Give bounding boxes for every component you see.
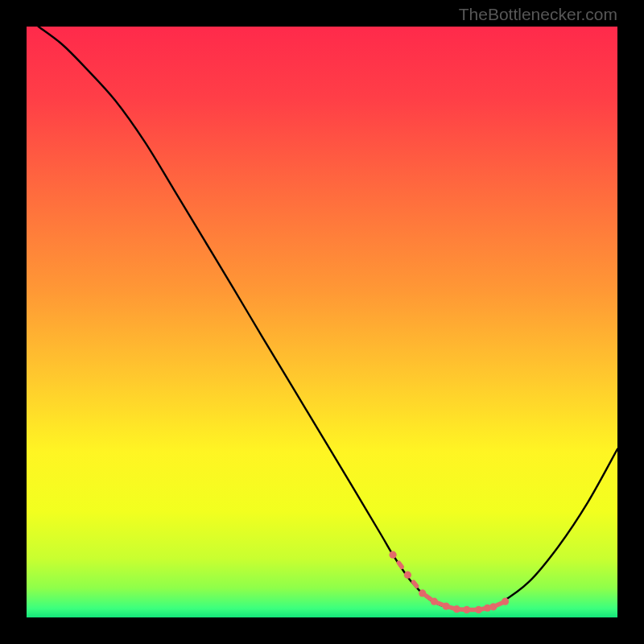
sweet-spot-dash	[449, 607, 454, 609]
bottleneck-curve	[39, 27, 617, 610]
sweet-spot-dash	[427, 596, 431, 599]
plot-area	[27, 27, 617, 617]
sweet-spot-dash	[414, 582, 417, 586]
sweet-spot-dash	[497, 603, 502, 605]
sweet-spot-dash	[488, 607, 493, 608]
sweet-spot-dot	[389, 551, 396, 559]
chart-svg	[27, 27, 617, 617]
sweet-spot-dash	[481, 609, 485, 609]
sweet-spot-dash	[398, 563, 402, 567]
watermark-text: TheBottlenecker.com	[459, 5, 617, 24]
sweet-spot-dash	[438, 603, 443, 605]
chart-frame: TheBottlenecker.com	[0, 0, 644, 644]
sweet-spot-markers	[389, 551, 509, 613]
sweet-spot-dot	[404, 572, 411, 579]
